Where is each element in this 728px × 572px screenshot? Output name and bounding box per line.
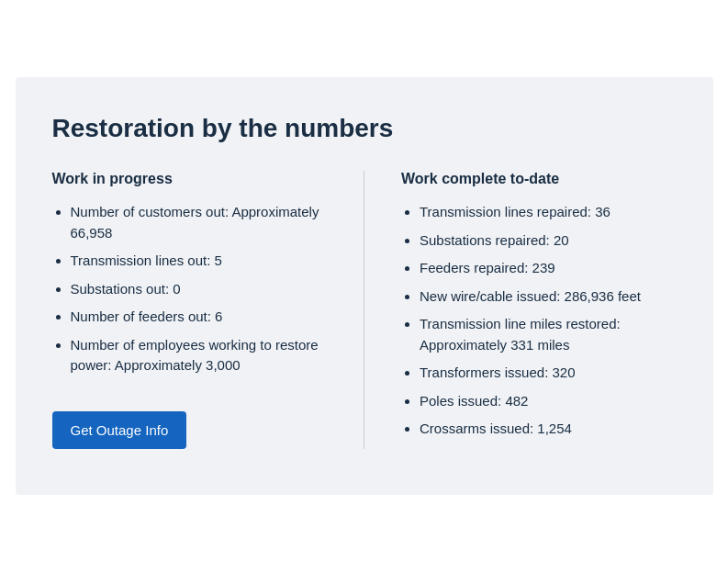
list-item: New wire/cable issued: 286,936 feet (420, 286, 677, 308)
work-in-progress-list: Number of customers out: Approximately 6… (52, 202, 328, 376)
page-title: Restoration by the numbers (52, 114, 677, 143)
work-in-progress-header: Work in progress (52, 171, 328, 187)
work-complete-list: Transmission lines repaired: 36 Substati… (401, 202, 677, 440)
list-item: Transmission lines out: 5 (71, 251, 328, 272)
list-item: Transmission lines repaired: 36 (420, 202, 677, 223)
work-in-progress-column: Work in progress Number of customers out… (52, 171, 365, 449)
list-item: Number of employees working to restore p… (71, 335, 328, 376)
list-item: Poles issued: 482 (420, 391, 677, 412)
work-complete-header: Work complete to-date (401, 171, 677, 187)
list-item: Number of feeders out: 6 (71, 307, 328, 328)
list-item: Transmission line miles restored: Approx… (420, 314, 677, 355)
list-item: Number of customers out: Approximately 6… (71, 202, 328, 243)
columns-container: Work in progress Number of customers out… (52, 171, 677, 449)
get-outage-info-button[interactable]: Get Outage Info (52, 411, 187, 449)
restoration-card: Restoration by the numbers Work in progr… (16, 77, 713, 495)
list-item: Transformers issued: 320 (420, 363, 677, 384)
list-item: Substations repaired: 20 (420, 230, 677, 252)
list-item: Feeders repaired: 239 (420, 258, 677, 279)
list-item: Crossarms issued: 1,254 (420, 419, 677, 440)
list-item: Substations out: 0 (71, 279, 328, 300)
work-complete-column: Work complete to-date Transmission lines… (364, 171, 677, 449)
